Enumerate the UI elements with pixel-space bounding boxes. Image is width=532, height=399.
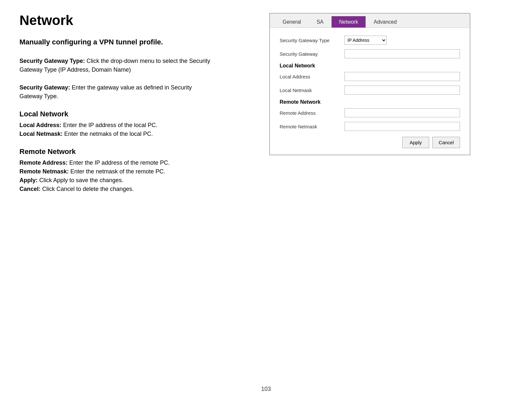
- cancel-button[interactable]: Cancel: [432, 137, 460, 148]
- local-address-desc: Enter the IP address of the local PC.: [63, 122, 157, 128]
- local-network-section-label: Local Network: [280, 63, 460, 69]
- input-security-gateway[interactable]: [345, 49, 460, 58]
- remote-address-text: Remote Address: Enter the IP address of …: [19, 158, 214, 167]
- dialog-box: General SA Network Advanced Security Gat…: [269, 13, 470, 155]
- label-local-address: Local Address: [280, 74, 345, 79]
- page-container: Network Manually configuring a VPN tunne…: [0, 0, 532, 399]
- cancel-text: Cancel: Click Cancel to delete the chang…: [19, 185, 214, 194]
- row-security-gateway: Security Gateway: [280, 49, 460, 58]
- security-gateway-type-select[interactable]: IP Address Domain Name: [345, 36, 387, 45]
- row-local-address: Local Address: [280, 72, 460, 81]
- tab-sa[interactable]: SA: [309, 16, 331, 28]
- input-local-address[interactable]: [345, 72, 460, 81]
- apply-desc: Click Apply to save the changes.: [39, 177, 123, 183]
- page-title: Network: [19, 13, 214, 28]
- dialog-body: Security Gateway Type IP Address Domain …: [270, 28, 470, 155]
- apply-button[interactable]: Apply: [402, 137, 429, 148]
- tab-general[interactable]: General: [275, 16, 308, 28]
- section-security-gateway: Security Gateway: Enter the gateway valu…: [19, 83, 214, 101]
- remote-network-section-label: Remote Network: [280, 99, 460, 105]
- input-local-netmask[interactable]: [345, 86, 460, 95]
- security-gateway-type-wrapper: IP Address Domain Name: [345, 36, 387, 45]
- input-remote-address[interactable]: [345, 108, 460, 117]
- local-netmask-text: Local Netmask: Enter the netmaks of the …: [19, 130, 214, 138]
- sg-bold: Security Gateway:: [19, 84, 70, 91]
- local-netmask-desc: Enter the netmaks of the local PC.: [64, 131, 153, 137]
- left-panel: Network Manually configuring a VPN tunne…: [19, 13, 227, 386]
- label-local-netmask: Local Netmask: [280, 88, 345, 93]
- local-netmask-bold: Local Netmask:: [19, 131, 63, 137]
- apply-text: Apply: Click Apply to save the changes.: [19, 176, 214, 185]
- apply-bold: Apply:: [19, 177, 38, 183]
- local-address-text: Local Address: Enter the IP address of t…: [19, 121, 214, 130]
- tab-advanced[interactable]: Advanced: [366, 16, 404, 28]
- tab-network[interactable]: Network: [332, 16, 366, 28]
- cancel-desc: Click Cancel to delete the changes.: [42, 186, 134, 192]
- remote-netmask-desc: Enter the netmask of the remote PC.: [70, 168, 165, 175]
- label-remote-address: Remote Address: [280, 110, 345, 116]
- form-actions: Apply Cancel: [280, 137, 460, 148]
- cancel-bold: Cancel:: [19, 186, 41, 192]
- remote-netmask-bold: Remote Netmask:: [19, 168, 69, 175]
- label-remote-netmask: Remote Netmask: [280, 124, 345, 129]
- label-security-gateway: Security Gateway: [280, 51, 345, 57]
- row-remote-address: Remote Address: [280, 108, 460, 117]
- row-remote-netmask: Remote Netmask: [280, 122, 460, 131]
- section-remote-network: Remote Network Remote Address: Enter the…: [19, 147, 214, 194]
- section-text-sg: Security Gateway: Enter the gateway valu…: [19, 83, 214, 101]
- remote-address-desc: Enter the IP address of the remote PC.: [69, 159, 170, 166]
- label-security-gateway-type: Security Gateway Type: [280, 38, 345, 43]
- remote-network-heading: Remote Network: [19, 147, 214, 156]
- right-panel: General SA Network Advanced Security Gat…: [227, 13, 513, 386]
- remote-address-bold: Remote Address:: [19, 159, 67, 166]
- subtitle: Manually configuring a VPN tunnel profil…: [19, 38, 214, 47]
- local-address-bold: Local Address:: [19, 122, 61, 128]
- local-network-heading: Local Network: [19, 110, 214, 118]
- input-remote-netmask[interactable]: [345, 122, 460, 131]
- remote-netmask-text: Remote Netmask: Enter the netmask of the…: [19, 167, 214, 176]
- section-security-gateway-type: Security Gateway Type: Click the drop-do…: [19, 57, 214, 74]
- tabs-bar: General SA Network Advanced: [270, 14, 470, 28]
- row-security-gateway-type: Security Gateway Type IP Address Domain …: [280, 36, 460, 45]
- section-local-network: Local Network Local Address: Enter the I…: [19, 110, 214, 138]
- row-local-netmask: Local Netmask: [280, 86, 460, 95]
- page-number: 103: [261, 386, 271, 393]
- section-text-sgt: Security Gateway Type: Click the drop-do…: [19, 57, 214, 74]
- sgt-bold: Security Gateway Type:: [19, 58, 85, 64]
